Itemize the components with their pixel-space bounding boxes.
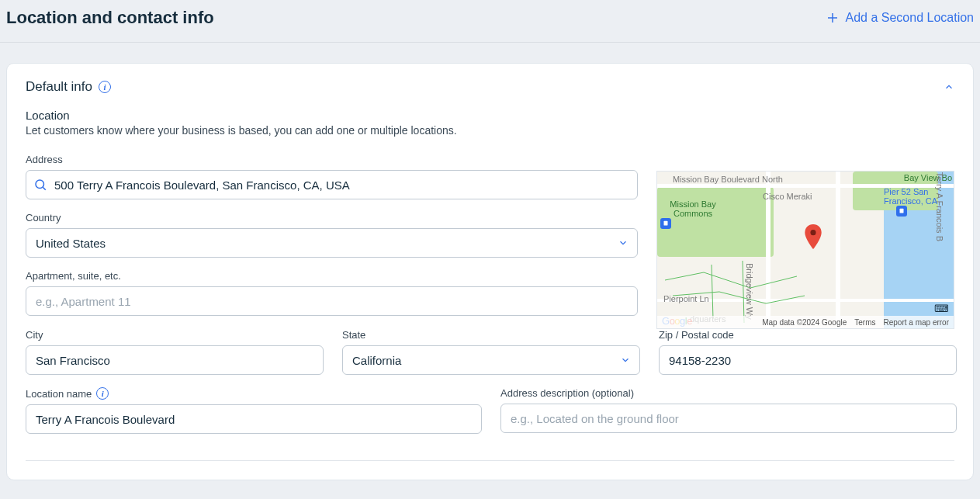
svg-point-2: [36, 180, 44, 189]
location-name-input[interactable]: [26, 404, 482, 434]
page-header: Location and contact info Add a Second L…: [0, 0, 980, 43]
map-footer: Map data ©2024 Google Terms Report a map…: [657, 316, 954, 328]
state-select[interactable]: California: [342, 345, 640, 375]
map-pin-icon: [805, 224, 822, 249]
map-label: Bridgeview Wy: [745, 263, 754, 320]
card-header[interactable]: Default info i: [26, 79, 954, 95]
zip-label: Zip / Postal code: [659, 329, 957, 341]
map-label: Mission Bay Commons: [662, 199, 724, 218]
svg-rect-5: [900, 209, 904, 213]
country-select[interactable]: United States: [26, 228, 638, 258]
address-label: Address: [26, 154, 638, 165]
map-label: Bay View Bo: [904, 173, 952, 182]
map-report-link[interactable]: Report a map error: [884, 318, 949, 327]
apartment-label: Apartment, suite, etc.: [26, 270, 638, 282]
address-description-input[interactable]: [500, 404, 957, 433]
location-section-description: Let customers know where your business i…: [26, 124, 954, 137]
search-icon: [33, 178, 47, 192]
svg-rect-4: [664, 221, 668, 226]
map-label: Terry A Francois B: [935, 172, 944, 241]
page-title: Location and contact info: [6, 8, 214, 28]
transit-icon: [660, 218, 671, 229]
chevron-up-icon[interactable]: [944, 81, 954, 92]
add-second-location-label: Add a Second Location: [846, 11, 974, 25]
divider: [26, 460, 954, 461]
info-icon[interactable]: i: [99, 81, 111, 93]
add-second-location-button[interactable]: Add a Second Location: [826, 11, 974, 25]
map-label: Cisco Meraki: [763, 192, 812, 201]
keyboard-icon[interactable]: ⌨: [934, 303, 949, 314]
info-icon[interactable]: i: [96, 387, 109, 400]
zip-input[interactable]: [659, 345, 957, 375]
map-label: Mission Bay Boulevard North: [673, 175, 783, 184]
plus-icon: [826, 11, 840, 25]
svg-line-3: [43, 187, 45, 189]
address-description-label: Address description (optional): [500, 387, 957, 399]
map-attribution: Map data ©2024 Google: [762, 318, 847, 327]
apartment-input[interactable]: [26, 286, 638, 316]
state-label: State: [342, 329, 640, 341]
default-info-card: Default info i Location Let customers kn…: [6, 63, 974, 480]
country-label: Country: [26, 212, 638, 224]
location-name-label: Location name i: [26, 387, 482, 400]
map-terms-link[interactable]: Terms: [854, 318, 875, 327]
map-preview[interactable]: Mission Bay Boulevard North Mission Bay …: [656, 171, 954, 329]
city-input[interactable]: [26, 345, 324, 375]
card-title: Default info: [26, 79, 92, 95]
svg-point-6: [810, 230, 816, 235]
address-input[interactable]: [26, 170, 638, 199]
map-label: Pierpoint Ln: [663, 294, 709, 303]
location-section-title: Location: [26, 109, 954, 122]
city-label: City: [26, 329, 324, 341]
transit-icon: [896, 206, 907, 217]
